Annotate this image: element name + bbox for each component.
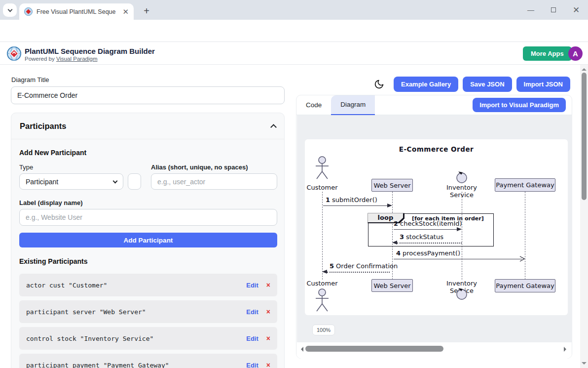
window-maximize-button[interactable]: [542, 6, 565, 14]
arrowhead-icon: [457, 227, 462, 231]
arrowhead-icon: [322, 270, 327, 274]
display-name-input[interactable]: [19, 209, 277, 226]
display-name-label: Label (display name): [19, 199, 83, 206]
diagram-title-input[interactable]: [11, 86, 285, 104]
browser-tabstrip: Free Visual PlantUML Sequence ✕ + — ✕: [0, 0, 588, 20]
participant-box-web-server: Web Server: [371, 179, 413, 192]
window-close-button[interactable]: ✕: [565, 5, 588, 15]
vertical-scroll-thumb[interactable]: [582, 73, 587, 200]
save-json-button[interactable]: Save JSON: [463, 77, 512, 92]
loop-fragment: loop [for each item in order]: [368, 213, 494, 246]
tab-close-icon[interactable]: ✕: [122, 8, 129, 15]
message-4-line: [394, 259, 522, 259]
participants-header[interactable]: Participants: [11, 113, 284, 139]
existing-participants-title: Existing Participants: [19, 257, 87, 265]
type-label: Type: [19, 164, 33, 171]
more-apps-button[interactable]: More Apps: [523, 46, 572, 61]
diagram-scroll-area: E-Commerce Order Customer Web Server Inv…: [297, 115, 572, 342]
edit-participant-link[interactable]: Edit: [246, 335, 258, 342]
participant-box-web-server-bottom: Web Server: [371, 279, 413, 292]
visual-paradigm-logo: [6, 46, 22, 63]
participant-label-customer-bottom: Customer: [305, 280, 339, 287]
edit-participant-link[interactable]: Edit: [246, 308, 258, 316]
participant-type-select[interactable]: Participant: [19, 173, 123, 190]
actor-icon: [313, 156, 331, 180]
participant-code: control stock "Inventory Service": [26, 335, 153, 342]
tab-title: Free Visual PlantUML Sequence: [37, 8, 115, 15]
right-toolbar: Example Gallery Save JSON Import JSON: [296, 77, 570, 92]
delete-participant-icon[interactable]: ×: [266, 308, 270, 316]
scroll-left-icon[interactable]: [298, 347, 303, 352]
add-participant-button[interactable]: Add Participant: [19, 233, 277, 247]
panel-tabbar: Code Diagram Import to Visual Paradigm: [296, 95, 572, 115]
participant-code: actor cust "Customer": [26, 282, 107, 289]
participants-title: Participants: [20, 122, 66, 131]
delete-participant-icon[interactable]: ×: [266, 281, 270, 289]
arrowhead-icon: [392, 241, 397, 245]
add-new-participant-title: Add New Participant: [19, 149, 86, 157]
participants-card: Participants Add New Participant Type Al…: [11, 113, 285, 368]
horizontal-scroll-thumb[interactable]: [305, 346, 443, 352]
new-tab-button[interactable]: +: [140, 4, 153, 18]
collapse-chevron-icon[interactable]: [270, 124, 277, 130]
participant-row: participant server "Web Server" Edit ×: [19, 300, 277, 323]
scroll-right-icon[interactable]: [564, 347, 569, 352]
horizontal-scrollbar[interactable]: [296, 342, 572, 359]
alias-label: Alias (short, unique, no spaces): [151, 164, 248, 171]
lifeline-customer: [322, 192, 323, 280]
import-json-button[interactable]: Import JSON: [516, 77, 570, 92]
control-icon: [455, 287, 469, 302]
message-3-line: [397, 243, 462, 244]
user-avatar[interactable]: A: [568, 46, 583, 61]
edit-participant-link[interactable]: Edit: [246, 362, 258, 368]
diagram-panel: Code Diagram Import to Visual Paradigm E…: [296, 95, 572, 359]
chevron-down-icon: [113, 178, 118, 183]
participant-row: actor cust "Customer" Edit ×: [19, 274, 277, 296]
diagram-title-label: Diagram Title: [11, 76, 49, 83]
tab-code[interactable]: Code: [296, 95, 331, 115]
browser-toolbar: ← → ai-toolbox.visual-paradigm.com/app/p…: [0, 20, 588, 42]
browser-tab[interactable]: Free Visual PlantUML Sequence ✕: [19, 3, 134, 20]
message-1: 1submitOrder(): [326, 196, 377, 204]
powered-by: Powered by Visual Paradigm: [25, 56, 97, 62]
participant-type-value: Participant: [26, 178, 58, 186]
participant-label-customer: Customer: [305, 184, 339, 191]
participant-row: participant payment "Payment Gateway" Ed…: [19, 354, 277, 368]
scroll-up-icon[interactable]: [582, 66, 587, 71]
zoom-level-badge: 100%: [312, 325, 335, 335]
alias-input[interactable]: [151, 173, 277, 190]
window-minimize-button[interactable]: —: [519, 6, 542, 14]
tab-search-button[interactable]: [3, 3, 17, 17]
participant-color-box[interactable]: [128, 173, 141, 190]
participant-box-payment-gateway: Payment Gateway: [495, 178, 555, 192]
message-5: 5Order Confirmation: [330, 262, 398, 270]
participant-row: control stock "Inventory Service" Edit ×: [19, 327, 277, 350]
lifeline-payment-gateway: [525, 192, 525, 280]
example-gallery-button[interactable]: Example Gallery: [394, 77, 458, 92]
actor-icon: [313, 287, 331, 313]
message-2: 2checkStock(itemId): [394, 220, 460, 227]
import-to-visual-paradigm-button[interactable]: Import to Visual Paradigm: [473, 98, 566, 112]
edit-participant-link[interactable]: Edit: [246, 282, 258, 289]
delete-participant-icon[interactable]: ×: [266, 334, 270, 342]
scroll-down-icon[interactable]: [582, 362, 587, 367]
control-icon: [455, 169, 469, 184]
message-5-line: [327, 272, 390, 273]
chevron-down-icon: [7, 7, 12, 12]
participants-list: actor cust "Customer" Edit × participant…: [19, 274, 277, 368]
vertical-scrollbar[interactable]: [580, 65, 588, 368]
site-favicon-icon: [24, 7, 33, 16]
message-2-line: [394, 229, 457, 230]
delete-participant-icon[interactable]: ×: [266, 361, 270, 368]
open-arrowhead-icon: [519, 255, 525, 262]
participant-box-payment-gateway-bottom: Payment Gateway: [495, 279, 555, 292]
tab-diagram[interactable]: Diagram: [331, 95, 375, 115]
visual-paradigm-link[interactable]: Visual Paradigm: [56, 56, 98, 62]
arrowhead-icon: [387, 204, 392, 207]
message-3: 3stockStatus: [400, 233, 443, 241]
participant-label-inventory-service: Inventory Service: [435, 184, 489, 199]
sequence-diagram-canvas: E-Commerce Order Customer Web Server Inv…: [305, 139, 568, 315]
diagram-title: E-Commerce Order: [305, 145, 568, 153]
message-4: 4processPayment(): [396, 249, 460, 257]
dark-mode-toggle[interactable]: [374, 79, 384, 89]
